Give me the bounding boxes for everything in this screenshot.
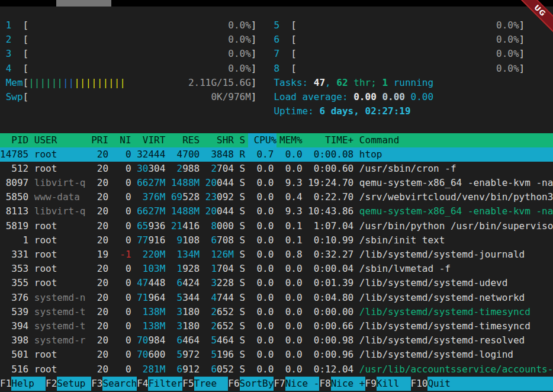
fkey-f7[interactable]: F7Nice -	[274, 377, 319, 391]
process-row[interactable]: 14785root2003244447003848R0.70.00:00.08h…	[0, 147, 553, 162]
cell-state: S	[240, 291, 246, 305]
cell-virt: 32444	[137, 147, 165, 162]
process-row[interactable]: 394systemd-t200138M31802652S0.00.00:00.6…	[0, 319, 553, 333]
swap-meter-label: Swp	[6, 90, 23, 104]
fkey-f1[interactable]: F1Help	[0, 377, 46, 391]
text-segment: 304	[148, 163, 165, 174]
fkey-key: F1	[0, 377, 11, 391]
cell-res: 3180	[171, 319, 200, 333]
header-mem[interactable]: MEM%	[279, 133, 303, 147]
cell-time: 0:00.66	[303, 319, 354, 333]
cell-virt: 47448	[137, 276, 165, 290]
fkey-f2[interactable]: F2Setup	[46, 377, 91, 391]
process-row[interactable]: 353root200103M19281704S0.00.00:00.04/sbi…	[0, 262, 553, 276]
process-row[interactable]: 355root2004744864243228S0.00.00:01.39/li…	[0, 276, 553, 290]
fkey-f8[interactable]: F8Nice +	[319, 377, 365, 391]
process-row[interactable]: 8113libvirt-q2006627M1488M20044S0.09.310…	[0, 204, 553, 219]
text-segment: 6 days, 02:27:19	[319, 105, 410, 117]
text-segment: 0.00	[353, 91, 382, 102]
cell-res: 3180	[171, 305, 200, 319]
process-row[interactable]: 501root2007060059725196S0.00.00:00.96/li…	[0, 348, 553, 362]
cell-pid: 1	[0, 233, 28, 248]
cell-command: /usr/sbin/cron -f	[359, 162, 456, 176]
text-segment: 964	[148, 292, 165, 303]
text-segment: ||||||	[28, 77, 63, 88]
fkey-key: F9	[365, 377, 377, 391]
header-ni[interactable]: NI	[114, 133, 131, 147]
text-segment: 376M	[143, 191, 166, 203]
text-segment: 464	[217, 335, 234, 346]
cell-shr: 23092	[205, 190, 234, 204]
cpu-meter-5-value: 0.0%	[496, 18, 519, 33]
text-segment: 6	[177, 277, 183, 288]
fkey-f3[interactable]: F3Search	[91, 377, 137, 391]
cell-pri: 20	[91, 190, 108, 204]
fkey-f5[interactable]: F5Tree	[182, 377, 228, 391]
cell-command: /lib/systemd/systemd-resolved	[359, 333, 525, 348]
text-segment: 281M	[143, 364, 166, 375]
header-res[interactable]: RES	[171, 133, 200, 147]
header-pid[interactable]: PID	[0, 133, 28, 147]
cell-pid: 539	[0, 305, 28, 319]
cell-state: S	[240, 276, 246, 290]
process-row[interactable]: 5850www-data200376M6952823092S0.00.40:22…	[0, 190, 553, 204]
header-pri[interactable]: PRI	[91, 133, 108, 147]
cell-command: /lib/systemd/systemd-logind	[359, 348, 513, 362]
cell-shr: 5464	[205, 333, 234, 348]
header-virt[interactable]: VIRT	[137, 133, 165, 147]
text-segment: 000	[217, 220, 234, 232]
header-user[interactable]: USER	[34, 133, 91, 147]
cell-virt: 103M	[137, 262, 165, 276]
text-segment: 0.00	[382, 91, 410, 102]
process-row[interactable]: 539systemd-t200138M31802652S0.00.00:00.0…	[0, 305, 553, 319]
cell-shr: 2704	[205, 162, 234, 176]
cell-pid: 5819	[0, 219, 28, 233]
cell-time: 0:00.00	[303, 305, 354, 319]
process-row[interactable]: 1root2007791691086708S0.00.10:10.99/sbin…	[0, 233, 553, 248]
header-shr[interactable]: SHR	[205, 133, 234, 147]
process-row[interactable]: 512root2003030429882704S0.00.00:00.60/us…	[0, 162, 553, 176]
cpu-meter-3-label: 3	[6, 47, 12, 61]
cell-mem: 0.0	[279, 276, 303, 290]
process-row[interactable]: 516root200281M69126052S0.00.00:12.04/usr…	[0, 362, 553, 377]
fkey-f4[interactable]: F4Filter	[137, 377, 182, 391]
process-row[interactable]: 376systemd-n2007196453444744S0.00.00:04.…	[0, 291, 553, 305]
text-segment: 62	[336, 77, 348, 88]
cell-command: qemu-system-x86_64 -enable-kvm -na	[359, 204, 553, 219]
cell-virt: 220M	[137, 248, 165, 262]
process-row[interactable]: 5819root20065936214168000S0.00.11:07.04/…	[0, 219, 553, 233]
cell-pid: 398	[0, 333, 28, 348]
cell-cpu: 0.0	[251, 291, 274, 305]
cpu-meter-5-open-bracket: [	[291, 18, 297, 33]
memory-meter-close-bracket: ]	[251, 76, 257, 90]
cell-pid: 331	[0, 248, 28, 262]
cell-pid: 355	[0, 276, 28, 290]
header-command[interactable]: Command	[359, 133, 399, 147]
cell-shr: 126M	[205, 248, 234, 262]
swap-load-line: Swp[0K/976M]Load average: 0.00 0.00 0.00	[0, 90, 553, 104]
cell-state: S	[240, 162, 246, 176]
cell-user: root	[34, 262, 91, 276]
header-state[interactable]: S	[240, 133, 246, 147]
cell-time: 1:07.04	[303, 219, 354, 233]
cpu-meter-5-close-bracket: ]	[519, 18, 525, 33]
text-segment: 1	[211, 263, 217, 274]
fkey-f10[interactable]: F10Quit	[411, 377, 553, 391]
fkey-label: Setup	[57, 377, 91, 391]
header-time[interactable]: TIME+	[303, 133, 354, 147]
fkey-f6[interactable]: F6SortBy	[228, 377, 274, 391]
fkey-label: Kill	[377, 377, 411, 391]
fkey-f9[interactable]: F9Kill	[365, 377, 411, 391]
header-cpu-sorted[interactable]: CPU%	[248, 133, 276, 147]
cell-mem: 0.8	[279, 248, 303, 262]
fkey-label: Nice +	[331, 377, 365, 391]
cell-virt: 30304	[137, 162, 165, 176]
cpu-meter-8-open-bracket: [	[291, 62, 297, 76]
text-segment: 138M	[143, 306, 166, 317]
process-row[interactable]: 8097libvirt-q2006627M1488M20044S0.09.319…	[0, 176, 553, 190]
process-row[interactable]: 331root19-1220M134M126MS0.00.80:32.27/li…	[0, 248, 553, 262]
cell-mem: 0.0	[279, 305, 303, 319]
process-row[interactable]: 398systemd-r2007098464645464S0.00.00:00.…	[0, 333, 553, 348]
cell-user: www-data	[34, 190, 91, 204]
cell-ni: 0	[114, 333, 131, 348]
